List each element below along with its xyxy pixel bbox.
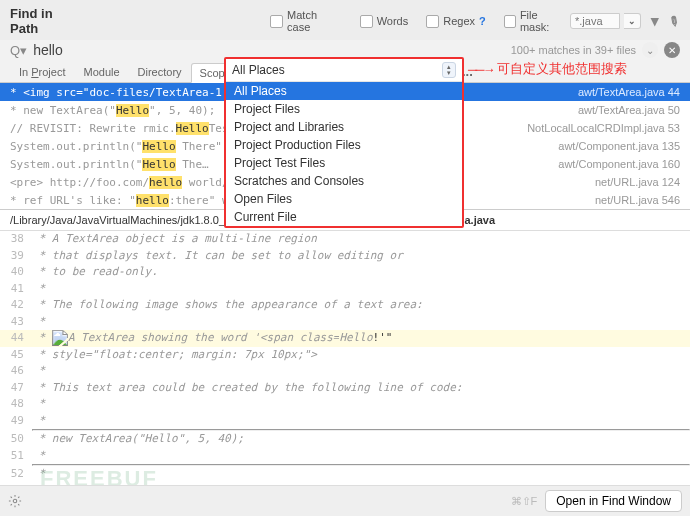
code-line: 52 * [0,466,690,483]
code-text: * This text area could be created by the… [32,380,690,397]
words-label: Words [377,15,409,27]
tab-directory[interactable]: Directory [129,62,191,82]
scope-dropdown-selected[interactable]: All Places ▴▾ [226,59,462,82]
checkbox-box [270,15,283,28]
search-input[interactable] [33,42,505,58]
arrow-icon: ──→ [468,62,493,77]
line-number: 44 [0,330,32,347]
line-number: 46 [0,363,32,380]
code-line: 40 * to be read-only. [0,264,690,281]
code-line: 41 * [0,281,690,298]
annotation-text: 可自定义其他范围搜索 [497,60,627,78]
file-mask-input[interactable] [570,13,620,29]
code-line: 42 * The following image shows the appea… [0,297,690,314]
result-location: awt/TextArea.java 44 [578,86,680,98]
scope-dropdown-item[interactable]: Project Files [226,100,462,118]
scope-dropdown-item[interactable]: All Places [226,82,462,100]
checkbox-box [360,15,373,28]
line-number: 49 [0,413,32,432]
line-number: 39 [0,248,32,265]
title-bar: Find in Path Match case Words Regex ? Fi… [0,0,690,40]
match-case-label: Match case [287,9,342,33]
result-location: awt/Component.java 135 [558,140,680,152]
code-text: * [32,314,690,331]
scope-dropdown-item[interactable]: Open Files [226,190,462,208]
shortcut-hint: ⌘⇧F [511,495,538,508]
dialog-title: Find in Path [10,6,82,36]
tab-in-project[interactable]: In Project [10,62,74,82]
code-text: * that displays text. It can be set to a… [32,248,690,265]
file-mask-checkbox[interactable]: File mask: [504,9,566,33]
code-text: * The following image shows the appearan… [32,297,690,314]
words-checkbox[interactable]: Words [360,15,409,28]
result-location: net/URL.java 546 [595,194,680,206]
code-line: 50 * new TextArea("Hello", 5, 40); [0,431,690,448]
code-text: * style="float:center; margin: 7px 10px;… [32,347,690,364]
match-count-label: 100+ matches in 39+ files [511,44,636,56]
scope-selected-label: All Places [232,63,442,77]
checkbox-box [426,15,439,28]
scope-dropdown-item[interactable]: Project and Libraries [226,118,462,136]
checkbox-box [504,15,516,28]
line-number: 48 [0,396,32,413]
result-location: awt/Component.java 160 [558,158,680,170]
line-number: 50 [0,431,32,448]
line-number: 51 [0,448,32,467]
scope-dropdown-item[interactable]: Current File [226,208,462,226]
code-line: 49 * [0,413,690,432]
result-location: NotLocalLocalCRDImpl.java 53 [527,122,680,134]
line-number: 38 [0,231,32,248]
code-line: 38 * A TextArea object is a multi-line r… [0,231,690,248]
regex-help-icon[interactable]: ? [479,15,486,27]
code-line: 46 * [0,363,690,380]
annotation-callout: ──→ 可自定义其他范围搜索 [468,60,627,78]
code-text: * A TextArea object is a multi-line regi… [32,231,690,248]
code-text: * new TextArea("Hello", 5, 40); [32,431,690,448]
code-text: * [32,363,690,380]
scope-dropdown-list: All PlacesProject FilesProject and Libra… [226,82,462,226]
code-line: 51 * [0,448,690,467]
filter-icon[interactable]: ▾ [651,12,659,30]
line-number: 45 [0,347,32,364]
code-text: * [32,466,690,483]
line-number: 47 [0,380,32,397]
scope-dropdown-item[interactable]: Scratches and Consoles [226,172,462,190]
dropdown-chevrons-icon[interactable]: ▴▾ [442,62,456,78]
result-location: net/URL.java 124 [595,176,680,188]
svg-point-0 [13,499,17,503]
code-line: 45 * style="float:center; margin: 7px 10… [0,347,690,364]
scope-dropdown-item[interactable]: Project Production Files [226,136,462,154]
code-line: 47 * This text area could be created by … [0,380,690,397]
regex-label: Regex [443,15,475,27]
scope-dropdown-item[interactable]: Project Test Files [226,154,462,172]
code-preview: 38 * A TextArea object is a multi-line r… [0,231,690,516]
code-text: * [32,448,690,467]
code-line: 39 * that displays text. It can be set t… [0,248,690,265]
tab-module[interactable]: Module [74,62,128,82]
line-number: 52 [0,466,32,483]
clear-icon[interactable]: ✕ [664,42,680,58]
expand-icon[interactable]: ⌄ [642,42,658,58]
open-in-find-window-button[interactable]: Open in Find Window [545,490,682,512]
result-location: awt/TextArea.java 50 [578,104,680,116]
line-number: 41 [0,281,32,298]
code-text: * to be read-only. [32,264,690,281]
file-mask-chevron-icon[interactable]: ⌄ [624,13,641,29]
code-line: 48 * [0,396,690,413]
line-number: 43 [0,314,32,331]
code-line: 43 * [0,314,690,331]
pin-icon[interactable]: ✎ [666,12,684,31]
code-line: 44 * Hello!'" [0,330,690,347]
scope-dropdown[interactable]: All Places ▴▾ All PlacesProject FilesPro… [224,57,464,228]
code-text: * Hello!'" [32,330,690,347]
footer-bar: ⌘⇧F Open in Find Window [0,485,690,516]
line-number: 42 [0,297,32,314]
search-history-icon[interactable]: Q▾ [10,43,27,58]
code-text: * [32,281,690,298]
code-text: * [32,413,690,432]
code-text: * [32,396,690,413]
gear-icon[interactable] [8,494,22,508]
match-case-checkbox[interactable]: Match case [270,9,341,33]
line-number: 40 [0,264,32,281]
regex-checkbox[interactable]: Regex ? [426,15,486,28]
